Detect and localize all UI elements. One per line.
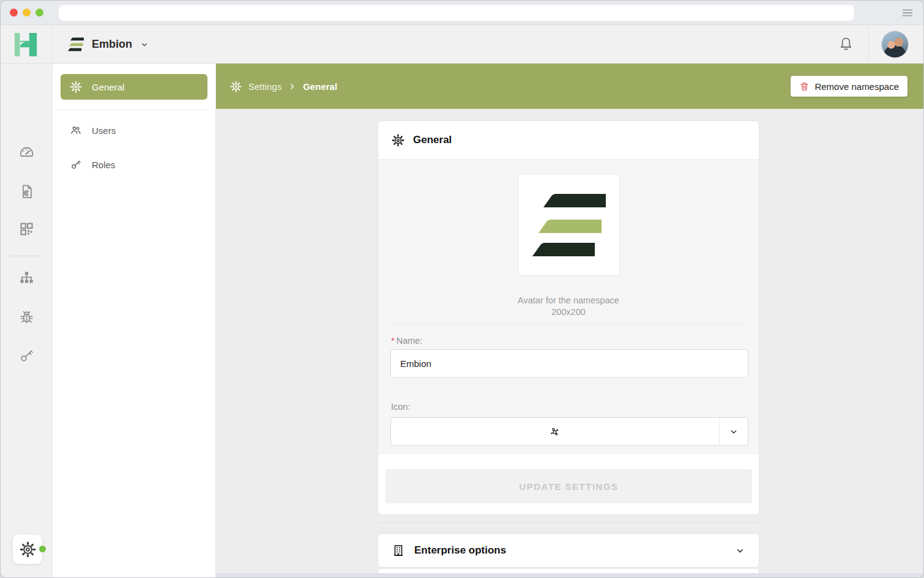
section-divider <box>378 522 759 523</box>
sidebar-item-label: Roles <box>92 160 115 170</box>
building-icon <box>392 544 405 557</box>
enterprise-options-title: Enterprise options <box>414 544 726 557</box>
card-body-divider <box>390 324 747 325</box>
gear-icon <box>20 541 36 558</box>
breadcrumb-bar: Settings General Remove namespace <box>216 64 923 109</box>
app-window: Embion General Users Roles <box>0 0 924 578</box>
minimize-window-button[interactable] <box>23 9 31 17</box>
sidebar-divider <box>58 109 210 110</box>
breadcrumb-settings[interactable]: Settings <box>248 81 281 92</box>
icon-select[interactable] <box>390 417 748 446</box>
scrollbar-track[interactable] <box>216 573 923 577</box>
enterprise-options-panel[interactable]: Enterprise options <box>378 533 759 568</box>
sidebar-item-users[interactable]: Users <box>61 117 207 143</box>
close-window-button[interactable] <box>10 9 18 17</box>
hub-network-icon <box>548 425 561 438</box>
breadcrumb-current: General <box>303 81 337 92</box>
brand-h-logo-icon <box>12 32 40 57</box>
qr-code-icon[interactable] <box>18 221 35 237</box>
name-field-label: *Name: <box>391 336 422 346</box>
avatar-caption-line1: Avatar for the namespace <box>378 295 759 305</box>
users-icon <box>70 124 82 136</box>
card-header: General <box>378 121 759 160</box>
embion-logo-icon <box>68 37 84 51</box>
namespace-name: Embion <box>92 38 132 51</box>
main-content: Settings General Remove namespace Genera… <box>216 64 923 577</box>
address-bar[interactable] <box>59 5 854 21</box>
dashboard-gauge-icon[interactable] <box>18 144 35 160</box>
bell-icon[interactable] <box>838 36 854 53</box>
chevron-down-icon <box>735 546 745 556</box>
brand-home-button[interactable] <box>1 25 53 64</box>
gear-icon <box>70 81 82 93</box>
card-footer: UPDATE SETTINGS <box>378 453 759 514</box>
browser-chrome <box>1 1 923 25</box>
rail-divider <box>9 256 44 256</box>
gear-icon <box>230 81 242 92</box>
settings-sidebar: General Users Roles <box>53 64 216 577</box>
embion-logo-icon <box>532 194 606 256</box>
status-dot <box>39 546 46 552</box>
top-navbar: Embion <box>1 25 923 64</box>
name-input[interactable] <box>390 349 748 378</box>
update-settings-button[interactable]: UPDATE SETTINGS <box>386 469 752 503</box>
icon-select-arrow[interactable] <box>719 418 748 445</box>
bug-icon[interactable] <box>18 309 35 325</box>
sidebar-item-roles[interactable]: Roles <box>61 152 207 177</box>
namespace-switcher[interactable]: Embion <box>68 25 149 64</box>
hamburger-icon[interactable] <box>901 6 914 20</box>
maximize-window-button[interactable] <box>35 9 43 17</box>
namespace-avatar-preview[interactable] <box>518 174 620 276</box>
sidebar-item-general[interactable]: General <box>61 74 207 100</box>
card-title: General <box>413 134 452 146</box>
icon-select-value <box>391 418 718 445</box>
icon-rail <box>1 64 53 577</box>
required-marker: * <box>391 336 395 346</box>
remove-namespace-button[interactable]: Remove namespace <box>791 76 907 97</box>
gear-icon <box>392 134 404 147</box>
chevron-down-icon <box>729 427 739 437</box>
chevron-down-icon <box>140 40 149 49</box>
sitemap-icon[interactable] <box>18 270 35 286</box>
remove-namespace-label: Remove namespace <box>814 81 899 92</box>
settings-rail-button[interactable] <box>13 535 42 564</box>
sidebar-item-label: General <box>92 82 124 92</box>
user-avatar[interactable] <box>881 31 909 58</box>
key-icon <box>70 158 82 171</box>
document-euro-icon[interactable] <box>18 183 35 200</box>
trash-icon <box>799 81 810 92</box>
chevron-right-icon <box>288 83 296 91</box>
key-icon[interactable] <box>18 347 35 364</box>
icon-field-label: Icon: <box>391 402 410 412</box>
sidebar-item-label: Users <box>92 125 116 136</box>
avatar-caption-line2: 200x200 <box>378 307 759 317</box>
breadcrumb: Settings General <box>230 64 337 109</box>
general-settings-card: General Avatar for the namespace 200x200… <box>378 120 759 515</box>
navbar-divider <box>868 25 869 64</box>
